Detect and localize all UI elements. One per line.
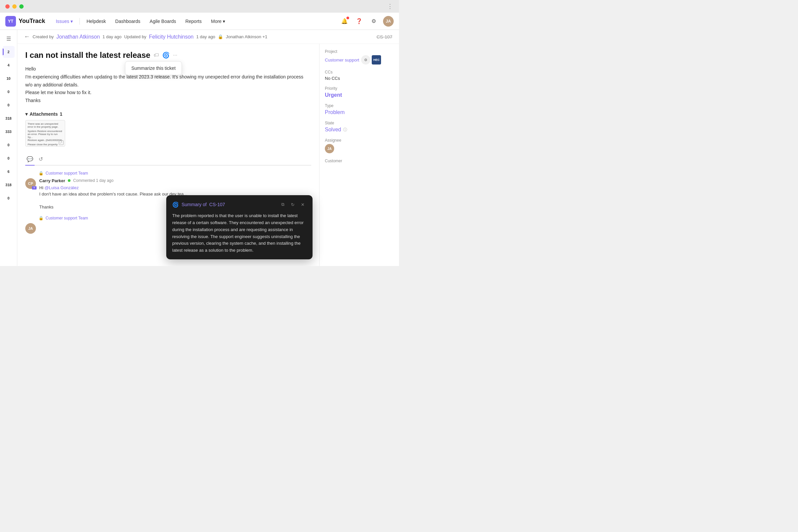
sidebar-item-0c[interactable]: 0 bbox=[3, 139, 15, 151]
summary-panel: 🌀 Summary of CS-107 ⧉ ↻ ✕ The problem re… bbox=[166, 195, 312, 259]
sidebar-field-project: Project Customer support ⚙ HEC bbox=[325, 49, 394, 64]
sidebar-item-0d[interactable]: 0 bbox=[3, 152, 15, 164]
summary-text: The problem reported is that the user is… bbox=[172, 212, 307, 254]
nav-item-issues[interactable]: Issues ▾ bbox=[52, 17, 77, 26]
sidebar-label-assignee: Assignee bbox=[325, 138, 394, 142]
breadcrumb-created-by[interactable]: Jonathan Atkinson bbox=[57, 34, 100, 40]
sidebar-state-value[interactable]: Solved bbox=[325, 127, 341, 133]
project-hec-badge[interactable]: HEC bbox=[372, 55, 381, 64]
nav-item-dashboards[interactable]: Dashboards bbox=[111, 17, 145, 26]
summary-ticket-ref[interactable]: CS-107 bbox=[209, 202, 225, 207]
breadcrumb-watchers: Jonathan Atkinson +1 bbox=[226, 34, 267, 39]
sidebar-field-customer: Customer bbox=[325, 158, 394, 163]
user-avatar[interactable]: JA bbox=[383, 16, 394, 26]
summary-header: 🌀 Summary of CS-107 ⧉ ↻ ✕ bbox=[172, 201, 307, 208]
notifications-button[interactable]: 🔔 bbox=[339, 16, 350, 26]
sidebar-label-state: State bbox=[325, 121, 394, 125]
sidebar-field-state: State Solved ⓘ bbox=[325, 121, 394, 133]
titlebar: ⋮ bbox=[0, 0, 399, 13]
list-icon: ☰ bbox=[6, 36, 11, 42]
logo-text: YouTrack bbox=[19, 18, 45, 25]
team-lock-icon-2: 🔒 bbox=[39, 216, 43, 221]
nav-item-helpdesk[interactable]: Helpdesk bbox=[82, 17, 110, 26]
tag-icon[interactable]: 🏷 bbox=[154, 52, 159, 58]
project-config-icon[interactable]: ⚙ bbox=[361, 55, 370, 64]
sidebar-field-assignee: Assignee JA bbox=[325, 138, 394, 153]
commenter-avatar-2: JA bbox=[25, 223, 36, 234]
state-info-icon[interactable]: ⓘ bbox=[343, 127, 347, 133]
sidebar-item-0e[interactable]: 0 bbox=[3, 192, 15, 204]
summarize-tooltip[interactable]: Summarize this ticket bbox=[125, 61, 182, 75]
sidebar-item-0b[interactable]: 0 bbox=[3, 99, 15, 111]
comment-tabs: 💬 ↺ bbox=[25, 153, 311, 166]
chevron-down-icon: ▾ bbox=[25, 111, 27, 117]
nav-item-reports[interactable]: Reports bbox=[181, 17, 206, 26]
logo-icon: YT bbox=[5, 16, 16, 26]
sidebar-active-bar bbox=[3, 49, 4, 55]
sidebar-item-0a[interactable]: 0 bbox=[3, 86, 15, 98]
breadcrumb-bar: ← Created by Jonathan Atkinson 1 day ago… bbox=[17, 30, 399, 44]
commenter-avatar-1: CP T bbox=[25, 178, 36, 189]
sidebar-item-10[interactable]: 10 bbox=[3, 73, 15, 84]
tab-comments[interactable]: 💬 bbox=[25, 153, 35, 166]
comment-team-label-1: 🔒 Customer support Team bbox=[39, 171, 311, 175]
sidebar-item-4[interactable]: 4 bbox=[3, 59, 15, 71]
summary-actions: ⧉ ↻ ✕ bbox=[279, 201, 307, 208]
sidebar-list-icon[interactable]: ☰ bbox=[3, 33, 15, 44]
nav-item-more[interactable]: More ▾ bbox=[207, 17, 229, 26]
sidebar-item-6[interactable]: 6 bbox=[3, 166, 15, 177]
sidebar-ccs-value: No CCs bbox=[325, 76, 394, 81]
sidebar-project-value[interactable]: Customer support bbox=[325, 58, 359, 62]
expand-icon[interactable]: ⤢ bbox=[59, 140, 63, 145]
help-button[interactable]: ❓ bbox=[354, 16, 364, 26]
online-status-1 bbox=[68, 179, 71, 182]
issue-title: I can not install the latest release bbox=[25, 51, 150, 60]
sidebar-label-priority: Priority bbox=[325, 86, 394, 91]
attachments-section: ▾ Attachments 1 There was an unexpected … bbox=[25, 111, 311, 147]
left-sidebar: ☰ 2 4 10 0 0 318 bbox=[0, 30, 17, 266]
issue-line-2: I'm experiencing difficulties when updat… bbox=[25, 73, 311, 89]
summary-copy-button[interactable]: ⧉ bbox=[279, 201, 287, 208]
maximize-dot[interactable] bbox=[19, 4, 24, 8]
minimize-dot[interactable] bbox=[12, 4, 17, 8]
sidebar-field-type: Type Problem bbox=[325, 103, 394, 115]
attachments-header[interactable]: ▾ Attachments 1 bbox=[25, 111, 311, 117]
comment-meta-1: Commented 1 day ago bbox=[73, 178, 113, 183]
sidebar-label-type: Type bbox=[325, 103, 394, 108]
sidebar-item-333[interactable]: 333 bbox=[3, 126, 15, 138]
sidebar-label-ccs: CCs bbox=[325, 70, 394, 75]
sidebar-priority-value[interactable]: Urgent bbox=[325, 92, 394, 98]
ticket-id: CS-107 bbox=[377, 34, 392, 40]
titlebar-menu-icon[interactable]: ⋮ bbox=[387, 3, 394, 10]
sidebar-project-row: Customer support ⚙ HEC bbox=[325, 55, 394, 64]
breadcrumb-updated-by[interactable]: Felicity Hutchinson bbox=[149, 34, 193, 40]
settings-button[interactable]: ⚙ bbox=[368, 16, 379, 26]
more-options-icon[interactable]: ··· bbox=[173, 52, 177, 58]
sidebar-item-2[interactable]: 2 bbox=[3, 46, 15, 58]
sidebar-item-318b[interactable]: 318 bbox=[3, 179, 15, 191]
sidebar-field-priority: Priority Urgent bbox=[325, 86, 394, 98]
lock-icon: 🔒 bbox=[218, 34, 223, 39]
assignee-avatar[interactable]: JA bbox=[325, 144, 334, 153]
close-dot[interactable] bbox=[5, 4, 10, 8]
navbar: YT YouTrack Issues ▾ Helpdesk Dashboards… bbox=[0, 13, 399, 30]
back-button[interactable]: ← bbox=[24, 33, 30, 40]
summary-title: Summary of CS-107 bbox=[182, 202, 276, 207]
sidebar-label-customer: Customer bbox=[325, 158, 394, 163]
attachment-thumbnail[interactable]: There was an unexpected error in the pro… bbox=[25, 120, 65, 147]
ai-icon[interactable]: 🌀 bbox=[162, 52, 170, 59]
nav-divider bbox=[79, 18, 80, 25]
nav-item-agile-boards[interactable]: Agile Boards bbox=[146, 17, 180, 26]
comment-mention[interactable]: @Luisa González bbox=[44, 185, 79, 190]
sidebar-label-project: Project bbox=[325, 49, 394, 54]
summary-refresh-button[interactable]: ↻ bbox=[289, 201, 297, 208]
sidebar-item-318a[interactable]: 318 bbox=[3, 112, 15, 125]
breadcrumb-updated-label: Updated by bbox=[124, 34, 146, 39]
nav-logo[interactable]: YT YouTrack bbox=[5, 16, 45, 26]
sidebar-type-value[interactable]: Problem bbox=[325, 109, 394, 115]
project-icons: ⚙ HEC bbox=[361, 55, 381, 64]
comment-author-1: Carry Parker bbox=[39, 178, 65, 183]
notification-badge bbox=[346, 17, 349, 19]
summary-close-button[interactable]: ✕ bbox=[299, 201, 307, 208]
tab-history[interactable]: ↺ bbox=[37, 153, 44, 166]
